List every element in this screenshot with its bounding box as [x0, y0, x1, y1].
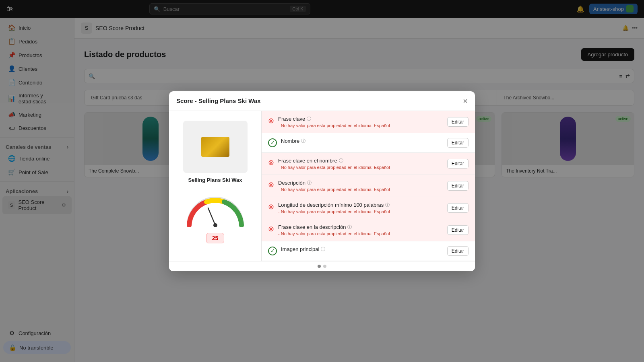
seo-label-5: Frase clave en la descripción ⓘ	[278, 224, 443, 230]
seo-info-icon-6: ⓘ	[321, 246, 325, 252]
ok-icon-6: ✓	[268, 247, 277, 255]
edit-button-3[interactable]: Editar	[447, 181, 469, 191]
seo-sub-5: - No hay valor para esta propiedad en el…	[278, 231, 443, 236]
modal-body: Selling Plans Ski Wax	[169, 111, 475, 261]
edit-button-2[interactable]: Editar	[447, 159, 469, 169]
ok-icon-1: ✓	[268, 138, 277, 147]
error-icon-4: ⊗	[268, 202, 274, 211]
modal-product-name: Selling Plans Ski Wax	[188, 177, 242, 183]
svg-line-0	[208, 208, 215, 225]
seo-item-nombre: ✓ Nombre ⓘ Editar	[262, 133, 475, 153]
error-icon-5: ⊗	[268, 224, 274, 233]
wax-block-image	[201, 137, 229, 157]
seo-sub-3: - No hay valor para esta propiedad en el…	[278, 187, 443, 192]
dot-1	[323, 265, 326, 268]
edit-button-5[interactable]: Editar	[447, 225, 469, 235]
seo-content-6: Imagen principal ⓘ	[281, 246, 443, 253]
seo-score-value: 25	[206, 233, 225, 243]
seo-content-4: Longitud de descripción mínimo 100 palab…	[278, 202, 443, 214]
modal-close-button[interactable]: ×	[463, 97, 468, 105]
modal-right-panel: ⊗ Frase clave ⓘ - No hay valor para esta…	[262, 111, 475, 261]
seo-content-3: Descripción ⓘ - No hay valor para esta p…	[278, 180, 443, 192]
modal-footer	[169, 261, 475, 271]
edit-button-4[interactable]: Editar	[447, 203, 469, 213]
error-icon-2: ⊗	[268, 158, 274, 167]
seo-content-2: Frase clave en el nombre ⓘ - No hay valo…	[278, 158, 443, 170]
error-icon-0: ⊗	[268, 116, 274, 125]
error-icon-3: ⊗	[268, 180, 274, 189]
seo-label-0: Frase clave ⓘ	[278, 116, 443, 122]
seo-content-5: Frase clave en la descripción ⓘ - No hay…	[278, 224, 443, 236]
seo-info-icon-2: ⓘ	[339, 158, 343, 164]
seo-gauge	[183, 191, 248, 227]
seo-label-2: Frase clave en el nombre ⓘ	[278, 158, 443, 164]
seo-sub-4: - No hay valor para esta propiedad en el…	[278, 209, 443, 214]
seo-item-longitud: ⊗ Longitud de descripción mínimo 100 pal…	[262, 197, 475, 219]
seo-info-icon-0: ⓘ	[307, 116, 311, 122]
seo-sub-0: - No hay valor para esta propiedad en el…	[278, 123, 443, 128]
seo-content-1: Nombre ⓘ	[281, 138, 443, 145]
dot-0	[318, 265, 321, 268]
seo-label-3: Descripción ⓘ	[278, 180, 443, 186]
product-image-box	[183, 121, 248, 173]
edit-button-6[interactable]: Editar	[447, 246, 469, 256]
seo-label-1: Nombre ⓘ	[281, 138, 443, 144]
seo-sub-2: - No hay valor para esta propiedad en el…	[278, 165, 443, 170]
seo-item-frase-clave-nombre: ⊗ Frase clave en el nombre ⓘ - No hay va…	[262, 153, 475, 175]
seo-item-descripcion: ⊗ Descripción ⓘ - No hay valor para esta…	[262, 175, 475, 197]
seo-info-icon-3: ⓘ	[307, 180, 312, 186]
modal-title: Score - Selling Plans Ski Wax	[176, 97, 261, 104]
seo-item-imagen-principal: ✓ Imagen principal ⓘ Editar	[262, 241, 475, 261]
seo-item-frase-clave: ⊗ Frase clave ⓘ - No hay valor para esta…	[262, 111, 475, 133]
svg-point-1	[213, 223, 217, 227]
modal-header: Score - Selling Plans Ski Wax ×	[169, 91, 475, 111]
seo-score-modal: Score - Selling Plans Ski Wax × Selling …	[169, 91, 475, 271]
gauge-svg	[183, 191, 248, 227]
seo-info-icon-4: ⓘ	[385, 202, 390, 208]
edit-button-1[interactable]: Editar	[447, 138, 469, 148]
modal-overlay[interactable]: Score - Selling Plans Ski Wax × Selling …	[0, 0, 644, 362]
seo-content-0: Frase clave ⓘ - No hay valor para esta p…	[278, 116, 443, 128]
seo-info-icon-5: ⓘ	[347, 224, 352, 230]
seo-label-4: Longitud de descripción mínimo 100 palab…	[278, 202, 443, 208]
seo-label-6: Imagen principal ⓘ	[281, 246, 443, 252]
modal-left-panel: Selling Plans Ski Wax	[169, 111, 262, 261]
seo-info-icon-1: ⓘ	[301, 138, 305, 144]
seo-item-frase-clave-descripcion: ⊗ Frase clave en la descripción ⓘ - No h…	[262, 219, 475, 241]
edit-button-0[interactable]: Editar	[447, 117, 469, 127]
